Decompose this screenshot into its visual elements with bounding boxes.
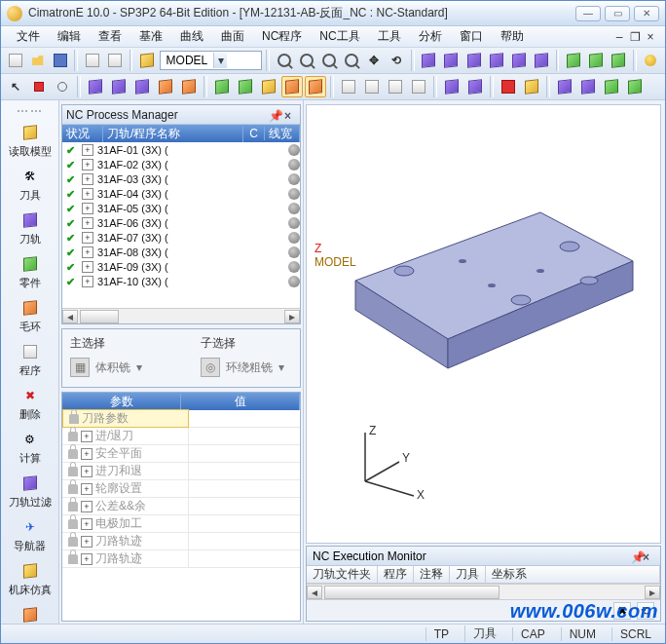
lb-filter[interactable]: 刀轨过滤 xyxy=(5,471,56,512)
param-row[interactable]: +安全平面 xyxy=(62,445,300,463)
zoom-window-button[interactable] xyxy=(296,50,316,71)
param-col-name[interactable]: 参数 xyxy=(62,394,181,410)
tb2-active1[interactable] xyxy=(281,76,303,97)
exec-col-cs[interactable]: 坐标系 xyxy=(486,566,660,583)
open-button[interactable] xyxy=(27,50,48,71)
bulb-icon[interactable] xyxy=(288,246,300,258)
param-col-value[interactable]: 值 xyxy=(181,394,300,410)
lb-sim[interactable]: 机床仿真 xyxy=(5,558,56,600)
menu-tool[interactable]: 工具 xyxy=(370,26,409,47)
tb2-p[interactable] xyxy=(521,76,542,97)
lb-read-model[interactable]: 读取模型 xyxy=(5,120,56,162)
menu-file[interactable]: 文件 xyxy=(9,26,48,47)
param-row[interactable]: 刀路参数 xyxy=(62,410,300,428)
param-row[interactable]: +轮廓设置 xyxy=(62,480,300,498)
menu-curve[interactable]: 曲线 xyxy=(172,26,211,47)
col-c[interactable]: C xyxy=(243,127,265,140)
menu-view[interactable]: 查看 xyxy=(91,26,130,47)
save-button[interactable] xyxy=(50,50,70,71)
viewport-3d[interactable]: Z MODEL Z Y X xyxy=(306,104,661,544)
tb2-f[interactable] xyxy=(211,76,233,97)
expand-icon[interactable]: + xyxy=(81,501,92,512)
table-row[interactable]: ✔+31AF-08 (3X) ( xyxy=(62,245,300,259)
tb2-g[interactable] xyxy=(235,76,256,97)
chevron-down-icon[interactable]: ▾ xyxy=(213,53,227,68)
exec-close-icon[interactable]: × xyxy=(643,550,654,562)
expand-icon[interactable]: + xyxy=(82,188,93,200)
maximize-button[interactable]: ▭ xyxy=(605,6,630,21)
scroll-left-icon[interactable]: ◂ xyxy=(62,310,78,323)
menu-nc-tool[interactable]: NC工具 xyxy=(312,26,367,47)
table-row[interactable]: ✔+31AF-03 (3X) ( xyxy=(62,171,300,186)
tb2-d[interactable] xyxy=(155,76,176,97)
tb2-n[interactable] xyxy=(464,76,486,97)
expand-icon[interactable]: + xyxy=(81,553,92,565)
expand-icon[interactable]: + xyxy=(82,261,93,273)
tb2-l[interactable] xyxy=(408,76,429,97)
main-select-item[interactable]: ▦ 体积铣▾ xyxy=(70,358,142,377)
mdi-restore-icon[interactable]: ❐ xyxy=(628,30,642,44)
tb-btn-b[interactable] xyxy=(104,50,125,71)
scroll-left-icon[interactable]: ◂ xyxy=(307,586,322,599)
table-row[interactable]: ✔+31AF-06 (3X) ( xyxy=(62,215,300,230)
expand-icon[interactable]: + xyxy=(82,217,93,229)
zoom-fit-button[interactable] xyxy=(274,50,294,71)
layer-button[interactable] xyxy=(136,50,157,71)
exec-col-program[interactable]: 程序 xyxy=(378,566,414,583)
lb-calc[interactable]: ⚙计算 xyxy=(5,427,56,469)
expand-icon[interactable]: + xyxy=(81,536,92,548)
pin-icon[interactable]: 📌 xyxy=(269,109,280,121)
tb-btn-a[interactable] xyxy=(82,50,102,71)
table-row[interactable]: ✔+31AF-10 (3X) ( xyxy=(62,274,300,288)
shade1-button[interactable] xyxy=(419,50,439,71)
table-row[interactable]: ✔+31AF-04 (3X) ( xyxy=(62,186,300,201)
menu-edit[interactable]: 编辑 xyxy=(50,26,89,47)
sub-select-item[interactable]: ◎ 环绕粗铣▾ xyxy=(201,358,284,377)
menu-nc-program[interactable]: NC程序 xyxy=(254,26,310,47)
exec-col-tool[interactable]: 刀具 xyxy=(450,566,486,583)
minimize-button[interactable]: ― xyxy=(575,6,601,21)
scroll-thumb[interactable] xyxy=(80,310,119,323)
sel-red-button[interactable] xyxy=(28,76,50,97)
lb-toolpath[interactable]: 刀轨 xyxy=(5,208,56,249)
shade5-button[interactable] xyxy=(508,50,529,71)
shade6-button[interactable] xyxy=(531,50,551,71)
tb2-h[interactable] xyxy=(258,76,279,97)
scroll-right-icon[interactable]: ▸ xyxy=(645,586,660,599)
bulb-button[interactable] xyxy=(641,50,661,71)
expand-icon[interactable]: + xyxy=(82,203,93,214)
expand-icon[interactable]: + xyxy=(81,431,92,442)
view2-button[interactable] xyxy=(586,50,607,71)
lb-part[interactable]: 零件 xyxy=(5,251,56,293)
lb-delete[interactable]: ✖删除 xyxy=(5,383,56,425)
tb2-active2[interactable] xyxy=(305,76,326,97)
bulb-icon[interactable] xyxy=(288,203,300,214)
bulb-icon[interactable] xyxy=(288,261,300,273)
bulb-icon[interactable] xyxy=(288,188,300,200)
tb2-t[interactable] xyxy=(624,76,646,97)
bulb-icon[interactable] xyxy=(288,144,300,156)
tb2-e[interactable] xyxy=(178,76,200,97)
col-name[interactable]: 刀轨/程序名称 xyxy=(103,126,243,142)
lb-stock[interactable]: 毛环 xyxy=(5,295,56,337)
tb2-i[interactable] xyxy=(338,76,359,97)
close-button[interactable]: ✕ xyxy=(634,6,659,21)
menu-analyze[interactable]: 分析 xyxy=(411,26,450,47)
expand-icon[interactable]: + xyxy=(81,448,92,460)
pan-button[interactable]: ✥ xyxy=(364,50,385,71)
tb2-m[interactable] xyxy=(441,76,462,97)
exec-col-note[interactable]: 注释 xyxy=(414,566,450,583)
panel-close-icon[interactable]: × xyxy=(284,109,296,121)
menu-window[interactable]: 窗口 xyxy=(452,26,491,47)
view3-button[interactable] xyxy=(609,50,629,71)
process-list[interactable]: ✔+31AF-01 (3X) (✔+31AF-02 (3X) (✔+31AF-0… xyxy=(62,142,300,308)
exec-hscroll[interactable]: ◂ ▸ xyxy=(307,584,660,599)
exec-col-folder[interactable]: 刀轨文件夹 xyxy=(307,566,378,583)
tb2-o[interactable] xyxy=(498,76,519,97)
mdi-close-icon[interactable]: × xyxy=(644,30,657,44)
list-hscroll[interactable]: ◂ ▸ xyxy=(62,308,300,323)
expand-icon[interactable]: + xyxy=(82,276,93,287)
table-row[interactable]: ✔+31AF-09 (3X) ( xyxy=(62,259,300,274)
expand-icon[interactable]: + xyxy=(82,159,93,170)
param-row[interactable]: +公差&&余 xyxy=(62,498,300,515)
